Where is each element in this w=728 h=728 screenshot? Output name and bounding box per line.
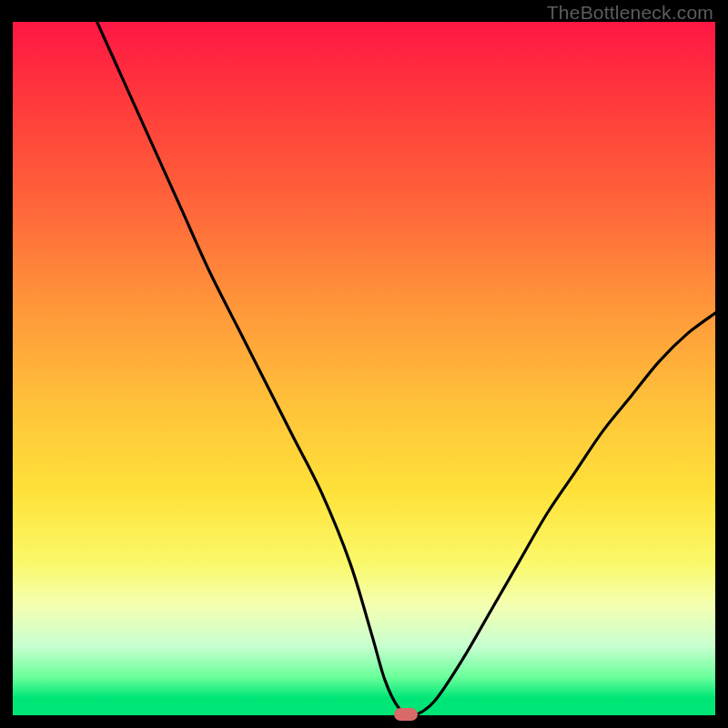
chart-plot-area bbox=[13, 22, 715, 715]
bottleneck-curve bbox=[97, 22, 715, 715]
minimum-marker bbox=[394, 708, 418, 721]
curve-svg bbox=[13, 22, 715, 715]
watermark-text: TheBottleneck.com bbox=[547, 2, 713, 24]
chart-frame: TheBottleneck.com bbox=[0, 0, 728, 728]
